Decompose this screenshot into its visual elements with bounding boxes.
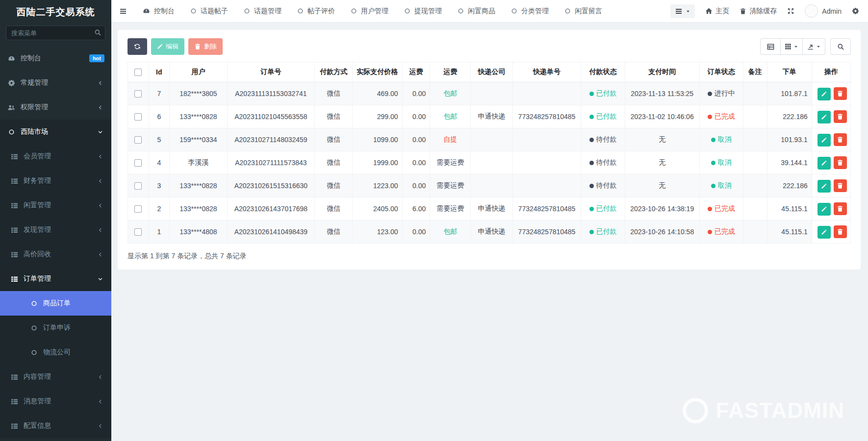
edit-row-button[interactable] xyxy=(817,203,831,216)
pay_status-badge: 已付款 xyxy=(589,227,617,236)
status-dot-icon xyxy=(708,92,712,96)
records-summary: 显示第 1 到第 7 条记录，总共 7 条记录 xyxy=(128,252,851,261)
edit-row-button[interactable] xyxy=(817,226,831,239)
edit-row-button[interactable] xyxy=(817,88,831,100)
sidebar-item-5[interactable]: 会员管理 xyxy=(0,144,111,169)
select-all-checkbox[interactable] xyxy=(134,69,142,76)
sidebar-item-1[interactable]: 控制台hot xyxy=(0,46,111,71)
cell-check xyxy=(128,220,149,244)
cell-fee: 0.00 xyxy=(402,151,430,174)
nav-tab-6[interactable]: 提现管理 xyxy=(396,0,450,22)
delete-row-button[interactable] xyxy=(834,202,847,215)
nav-tab-4[interactable]: 帖子评价 xyxy=(289,0,343,22)
user-menu[interactable]: Admin xyxy=(805,4,842,18)
table-view-button[interactable] xyxy=(760,38,781,55)
cell-fee: 0.00 xyxy=(402,105,430,128)
edit-row-button[interactable] xyxy=(817,157,831,170)
sidebar-item-2[interactable]: 常规管理 xyxy=(0,71,111,95)
sidebar-item-6[interactable]: 财务管理 xyxy=(0,169,111,193)
cell-price: 123.00 xyxy=(353,220,402,244)
delete-row-button[interactable] xyxy=(834,225,847,238)
table-row: 7182****3805A202311131153032741微信469.000… xyxy=(128,82,851,105)
row-checkbox[interactable] xyxy=(134,228,142,236)
clear-cache-link[interactable]: 清除缓存 xyxy=(740,7,777,16)
row-checkbox[interactable] xyxy=(134,136,142,144)
sidebar-item-label: 控制台 xyxy=(21,54,84,63)
nav-tab-label: 控制台 xyxy=(154,7,175,16)
status-label: 已完成 xyxy=(715,227,735,236)
cell-id: 7 xyxy=(149,82,170,105)
col-header-remark: 备注 xyxy=(743,62,767,82)
cell-price: 2405.00 xyxy=(353,197,402,220)
th-list-icon xyxy=(10,398,19,405)
status-label: 已完成 xyxy=(715,112,735,121)
delete-button[interactable]: 删除 xyxy=(188,38,223,55)
export-dropdown-button[interactable] xyxy=(802,38,825,55)
row-checkbox[interactable] xyxy=(134,159,142,167)
edit-button[interactable]: 编辑 xyxy=(151,38,184,55)
sidebar-item-13[interactable]: 物流公司 xyxy=(0,340,111,365)
cell-pay_method: 微信 xyxy=(315,220,353,244)
home-link[interactable]: 主页 xyxy=(705,7,729,16)
status-dot-icon xyxy=(708,207,712,211)
edit-row-button[interactable] xyxy=(817,134,831,147)
fullscreen-button[interactable] xyxy=(787,7,794,15)
sidebar-item-15[interactable]: 消息管理 xyxy=(0,389,111,414)
row-checkbox[interactable] xyxy=(134,205,142,213)
sidebar-item-14[interactable]: 内容管理 xyxy=(0,365,111,389)
delete-row-button[interactable] xyxy=(834,179,847,192)
columns-dropdown-button[interactable] xyxy=(780,38,803,55)
tabs-list-dropdown[interactable] xyxy=(670,4,695,18)
orders-table-wrap: Id用户订单号付款方式实际支付价格运费运费快递公司快递单号付款状态支付时间订单状… xyxy=(128,62,851,244)
topnav-tabs: 控制台话题帖子话题管理帖子评价用户管理提现管理闲置商品分类管理闲置留言 xyxy=(135,0,670,22)
cell-price: 469.00 xyxy=(353,82,402,105)
edit-row-button[interactable] xyxy=(817,180,831,193)
row-checkbox[interactable] xyxy=(134,182,142,190)
row-checkbox[interactable] xyxy=(134,113,142,121)
cell-order_status: 进行中 xyxy=(699,82,743,105)
cell-pay_status: 已付款 xyxy=(581,82,625,105)
delete-row-button[interactable] xyxy=(834,133,847,146)
sidebar-item-9[interactable]: 高价回收 xyxy=(0,242,111,267)
nav-tab-2[interactable]: 话题帖子 xyxy=(182,0,236,22)
table-row: 6133****0828A202311021045563558微信299.000… xyxy=(128,105,851,128)
row-checkbox[interactable] xyxy=(134,90,142,98)
sidebar-item-16[interactable]: 配置信息 xyxy=(0,414,111,438)
view-button-group xyxy=(760,38,825,55)
sidebar-item-7[interactable]: 闲置管理 xyxy=(0,193,111,218)
cell-pay_method: 微信 xyxy=(315,174,353,197)
nav-tab-8[interactable]: 分类管理 xyxy=(503,0,557,22)
sidebar-search-input[interactable] xyxy=(6,25,105,40)
sidebar-item-10[interactable]: 订单管理 xyxy=(0,267,111,291)
nav-tab-9[interactable]: 闲置留言 xyxy=(557,0,610,22)
nav-tab-1[interactable]: 控制台 xyxy=(135,0,182,22)
cell-fee_type: 包邮 xyxy=(430,105,471,128)
circle-icon xyxy=(29,300,38,307)
search-toggle-button[interactable] xyxy=(830,38,851,55)
nav-tab-5[interactable]: 用户管理 xyxy=(343,0,396,22)
refresh-button[interactable] xyxy=(128,38,147,55)
settings-gear-button[interactable] xyxy=(852,7,859,15)
nav-tab-3[interactable]: 话题管理 xyxy=(236,0,289,22)
delete-row-button[interactable] xyxy=(834,156,847,169)
search-icon xyxy=(94,29,102,36)
cell-pay_status: 待付款 xyxy=(581,151,625,174)
sidebar-item-12[interactable]: 订单申诉 xyxy=(0,316,111,340)
status-label: 进行中 xyxy=(715,89,735,98)
nav-tab-7[interactable]: 闲置商品 xyxy=(450,0,503,22)
sidebar-item-4[interactable]: 西陆市场 xyxy=(0,120,111,144)
sidebar-item-3[interactable]: 权限管理 xyxy=(0,95,111,120)
sidebar-item-8[interactable]: 发现管理 xyxy=(0,218,111,242)
menu-toggle-button[interactable] xyxy=(111,0,135,22)
delete-row-button[interactable] xyxy=(834,87,847,100)
sidebar-item-label: 订单管理 xyxy=(24,274,91,283)
delete-row-button[interactable] xyxy=(834,110,847,123)
col-header-price: 实际支付价格 xyxy=(353,62,402,82)
sidebar-item-11[interactable]: 商品订单 xyxy=(0,291,111,316)
sidebar-item-label: 常规管理 xyxy=(21,78,91,87)
pay_status-badge: 待付款 xyxy=(589,158,617,167)
edit-row-button[interactable] xyxy=(817,111,831,123)
sidebar-item-label: 权限管理 xyxy=(21,103,91,112)
cell-id: 5 xyxy=(149,128,170,151)
content-area: 编辑 删除 Id用户订单号付款方式实际支付价格运费运费快递公司快递单号付款状态支… xyxy=(111,23,868,441)
